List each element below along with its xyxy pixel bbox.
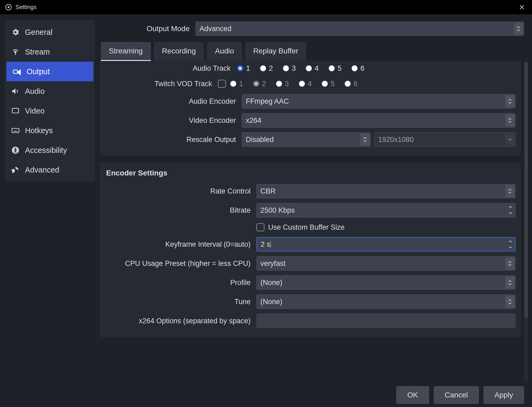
main-area: General Stream Output Audio (0, 14, 532, 407)
x264-opts-label: x264 Options (separated by space) (105, 317, 253, 325)
spinner-up[interactable] (509, 239, 512, 244)
updown-icon (514, 23, 523, 35)
sidebar-item-stream[interactable]: Stream (5, 42, 95, 62)
svg-point-19 (299, 81, 305, 87)
select-value: (None) (260, 279, 282, 287)
twitch-vod-label: Twitch VOD Track (105, 80, 214, 88)
radio-vod-1[interactable] (230, 80, 237, 87)
gear-icon (11, 28, 20, 36)
spinner-down[interactable] (509, 244, 512, 250)
radio-label: 6 (360, 64, 364, 73)
keyframe-input[interactable]: 2 s (256, 237, 516, 251)
cancel-button[interactable]: Cancel (434, 386, 479, 404)
radio-vod-6[interactable] (344, 80, 351, 87)
encoder-panel-title: Encoder Settings (105, 164, 516, 182)
ok-button[interactable]: OK (396, 386, 429, 404)
footer: OK Cancel Apply (100, 383, 532, 407)
radio-label: 3 (285, 80, 289, 88)
radio-audio-track-6[interactable] (351, 65, 358, 72)
spinner-up[interactable] (509, 204, 512, 210)
tools-icon (11, 166, 20, 174)
content-area: Output Mode Advanced Streaming Recording… (100, 14, 532, 407)
scrollbar-track[interactable] (524, 62, 528, 382)
sidebar-item-hotkeys[interactable]: Hotkeys (5, 121, 95, 140)
bitrate-input[interactable]: 2500 Kbps (256, 203, 516, 217)
app-icon (4, 3, 13, 11)
radio-audio-track-2[interactable] (259, 65, 267, 72)
sidebar-item-accessibility[interactable]: Accessibility (5, 140, 95, 160)
svg-point-12 (306, 65, 312, 71)
profile-row: Profile (None) (105, 273, 516, 292)
radio-label: 5 (331, 80, 335, 88)
x264-opts-input[interactable] (256, 314, 516, 328)
twitch-vod-group: 1 2 3 4 5 6 (230, 80, 516, 88)
window-close-button[interactable] (514, 0, 530, 14)
speaker-icon (11, 87, 20, 95)
radio-label: 4 (308, 80, 312, 88)
input-value: 2 s (261, 240, 270, 249)
profile-select[interactable]: (None) (256, 275, 516, 290)
output-mode-label: Output Mode (100, 24, 196, 33)
sidebar-item-advanced[interactable]: Advanced (5, 160, 95, 180)
radio-vod-2[interactable] (252, 80, 260, 87)
rate-control-row: Rate Control CBR (105, 182, 516, 201)
svg-rect-5 (12, 128, 19, 133)
radio-audio-track-5[interactable] (328, 65, 335, 72)
sidebar-item-label: Stream (25, 48, 50, 56)
svg-point-10 (260, 65, 266, 71)
apply-button[interactable]: Apply (484, 386, 524, 404)
select-value: CBR (260, 187, 276, 195)
tune-select[interactable]: (None) (256, 295, 516, 309)
svg-rect-4 (12, 108, 19, 113)
sidebar-item-label: Output (27, 67, 50, 76)
tab-replay-buffer[interactable]: Replay Buffer (245, 42, 306, 61)
radio-audio-track-3[interactable] (282, 65, 290, 72)
video-encoder-row: Video Encoder x264 (105, 111, 516, 130)
tab-streaming[interactable]: Streaming (101, 42, 151, 61)
rescale-resolution-select[interactable]: 1920x1080 (374, 132, 516, 147)
sidebar-item-audio[interactable]: Audio (5, 81, 95, 101)
radio-vod-5[interactable] (321, 80, 329, 87)
radio-vod-3[interactable] (275, 80, 283, 87)
twitch-vod-checkbox[interactable] (218, 80, 226, 88)
output-mode-row: Output Mode Advanced (100, 20, 532, 37)
select-value: 1920x1080 (378, 136, 414, 144)
cpu-preset-select[interactable]: veryfast (256, 256, 516, 271)
select-value: x264 (246, 116, 261, 125)
audio-track-row: Audio Track 1 2 3 4 5 6 (105, 61, 516, 76)
radio-audio-track-4[interactable] (305, 65, 313, 72)
rescale-output-select[interactable]: Disabled (242, 132, 371, 147)
custom-buffer-row: Use Custom Buffer Size (105, 220, 516, 235)
cpu-preset-row: CPU Usage Preset (higher = less CPU) ver… (105, 254, 516, 273)
tune-label: Tune (105, 298, 253, 306)
spinner-down[interactable] (509, 210, 512, 216)
tab-recording[interactable]: Recording (154, 42, 204, 61)
scrollbar-thumb[interactable] (525, 62, 528, 318)
custom-buffer-checkbox[interactable] (256, 223, 264, 231)
keyframe-label: Keyframe Interval (0=auto) (105, 240, 253, 249)
video-encoder-select[interactable]: x264 (242, 113, 516, 128)
antenna-icon (11, 48, 20, 56)
bitrate-label: Bitrate (105, 206, 253, 215)
sidebar-item-general[interactable]: General (5, 22, 95, 42)
svg-point-11 (283, 65, 289, 71)
updown-icon (505, 296, 514, 308)
select-value: (None) (260, 298, 282, 306)
keyframe-row: Keyframe Interval (0=auto) 2 s (105, 235, 516, 254)
chevron-down-icon (505, 133, 514, 146)
scroll-area: Audio Track 1 2 3 4 5 6 Twitch VOD Track (100, 61, 532, 383)
radio-audio-track-1[interactable] (236, 65, 244, 72)
rate-control-select[interactable]: CBR (256, 184, 516, 198)
sidebar-item-label: Video (25, 107, 45, 115)
audio-encoder-select[interactable]: FFmpeg AAC (242, 94, 516, 108)
radio-vod-4[interactable] (298, 80, 306, 87)
sidebar-item-label: Audio (25, 87, 45, 96)
output-mode-select[interactable]: Advanced (196, 22, 524, 36)
updown-icon (505, 95, 514, 107)
titlebar: Settings (0, 0, 532, 14)
monitor-icon (11, 107, 20, 115)
sidebar-item-video[interactable]: Video (5, 101, 95, 121)
select-value: Disabled (246, 136, 274, 144)
sidebar-item-output[interactable]: Output (6, 62, 93, 81)
tab-audio[interactable]: Audio (207, 42, 242, 61)
